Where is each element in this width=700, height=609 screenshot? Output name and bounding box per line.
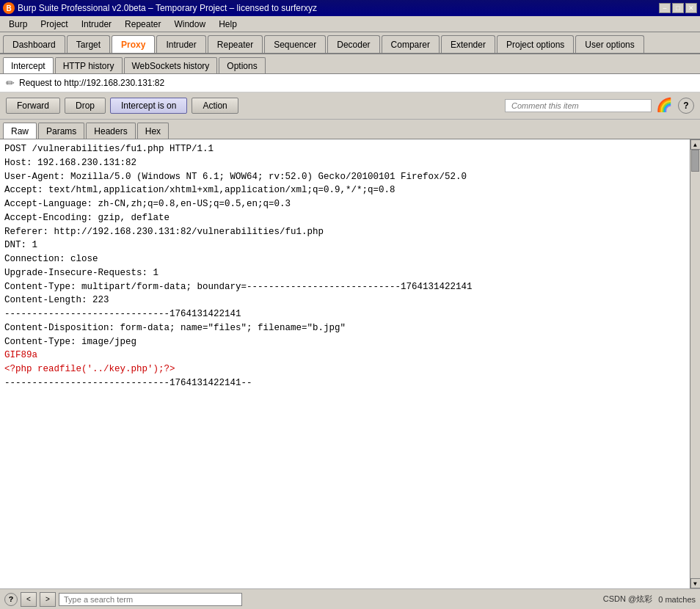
intercept-button[interactable]: Intercept is on [110,98,187,114]
edit-icon: ✏ [6,77,15,89]
content-line: Connection: close [4,252,685,266]
close-button[interactable]: ✕ [685,3,697,13]
content-line: <?php readfile('../key.php');?> [4,362,685,376]
prev-button[interactable]: < [21,592,37,607]
tab-intruder[interactable]: Intruder [156,35,205,53]
subtab-intercept[interactable]: Intercept [3,57,54,73]
content-line: Host: 192.168.230.131:82 [4,156,685,170]
tab-comparer[interactable]: Comparer [382,35,440,53]
main-tabs: Dashboard Target Proxy Intruder Repeater… [0,32,700,54]
matches-text: 0 matches [658,595,696,604]
comment-input[interactable] [505,99,652,112]
request-view-tabs: Raw Params Headers Hex [0,120,700,139]
search-input[interactable] [59,593,242,606]
branding-text: CSDN @炫彩 [603,594,652,605]
subtab-websockets-history[interactable]: WebSockets history [124,57,218,73]
content-line: Upgrade-Insecure-Requests: 1 [4,266,685,280]
window-title: Burp Suite Professional v2.0beta – Tempo… [18,3,317,13]
title-controls[interactable]: – □ ✕ [659,3,697,13]
content-wrapper: POST /vulnerabilities/fu1.php HTTP/1.1Ho… [0,139,700,588]
request-info: ✏ Request to http://192.168.230.131:82 [0,74,700,92]
tab-project-options[interactable]: Project options [497,35,574,53]
tab-extender[interactable]: Extender [441,35,495,53]
content-line: DNT: 1 [4,238,685,252]
content-line: Content-Disposition: form-data; name="fi… [4,321,685,335]
content-line: Content-Type: multipart/form-data; bound… [4,280,685,294]
request-url: Request to http://192.168.230.131:82 [19,78,164,88]
menu-burp[interactable]: Burp [3,18,33,31]
help-button[interactable]: ? [678,98,694,114]
burp-logo: 🌈 [656,97,674,114]
tab-user-options[interactable]: User options [575,35,644,53]
menu-repeater[interactable]: Repeater [119,18,167,31]
viewtab-hex[interactable]: Hex [137,123,169,139]
subtab-options[interactable]: Options [219,57,265,73]
drop-button[interactable]: Drop [65,98,106,114]
content-line: ------------------------------1764131422… [4,307,685,321]
scroll-track [690,150,700,578]
content-line: Referer: http://192.168.230.131:82/vulne… [4,225,685,239]
scroll-up-arrow[interactable]: ▲ [690,139,701,150]
bottom-help-button[interactable]: ? [4,593,18,606]
app-icon: B [3,2,15,14]
viewtab-raw[interactable]: Raw [3,123,37,139]
menu-help[interactable]: Help [213,18,243,31]
forward-button[interactable]: Forward [6,98,60,114]
content-line: Accept: text/html,application/xhtml+xml,… [4,183,685,197]
toolbar: Forward Drop Intercept is on Action 🌈 ? [0,92,700,120]
content-line: Accept-Encoding: gzip, deflate [4,211,685,225]
viewtab-headers[interactable]: Headers [86,123,135,139]
content-line: Content-Length: 223 [4,293,685,307]
request-content[interactable]: POST /vulnerabilities/fu1.php HTTP/1.1Ho… [0,139,690,588]
content-line: Accept-Language: zh-CN,zh;q=0.8,en-US;q=… [4,197,685,211]
content-line: GIF89a [4,349,685,362]
tab-repeater[interactable]: Repeater [208,35,263,53]
tab-decoder[interactable]: Decoder [327,35,379,53]
menu-intruder[interactable]: Intruder [76,18,117,31]
action-button[interactable]: Action [192,98,238,114]
content-line: User-Agent: Mozilla/5.0 (Windows NT 6.1;… [4,170,685,184]
subtab-http-history[interactable]: HTTP history [55,57,123,73]
scroll-thumb[interactable] [691,150,699,172]
menu-window[interactable]: Window [168,18,211,31]
viewtab-params[interactable]: Params [38,123,84,139]
vertical-scrollbar[interactable]: ▲ ▼ [690,139,700,588]
maximize-button[interactable]: □ [672,3,684,13]
minimize-button[interactable]: – [659,3,671,13]
content-line: ------------------------------1764131422… [4,376,685,390]
tab-dashboard[interactable]: Dashboard [3,35,65,53]
tab-sequencer[interactable]: Sequencer [264,35,326,53]
sub-tabs: Intercept HTTP history WebSockets histor… [0,54,700,74]
tab-target[interactable]: Target [67,35,110,53]
title-left: B Burp Suite Professional v2.0beta – Tem… [3,2,317,14]
content-line: POST /vulnerabilities/fu1.php HTTP/1.1 [4,142,685,156]
title-bar: B Burp Suite Professional v2.0beta – Tem… [0,0,700,16]
scroll-down-arrow[interactable]: ▼ [690,578,701,588]
tab-proxy[interactable]: Proxy [112,35,155,53]
menu-bar: Burp Project Intruder Repeater Window He… [0,16,700,32]
next-button[interactable]: > [40,592,56,607]
bottom-right: CSDN @炫彩 0 matches [603,594,696,605]
menu-project[interactable]: Project [34,18,73,31]
bottom-bar: ? < > CSDN @炫彩 0 matches [0,588,700,609]
content-line: Content-Type: image/jpeg [4,335,685,349]
